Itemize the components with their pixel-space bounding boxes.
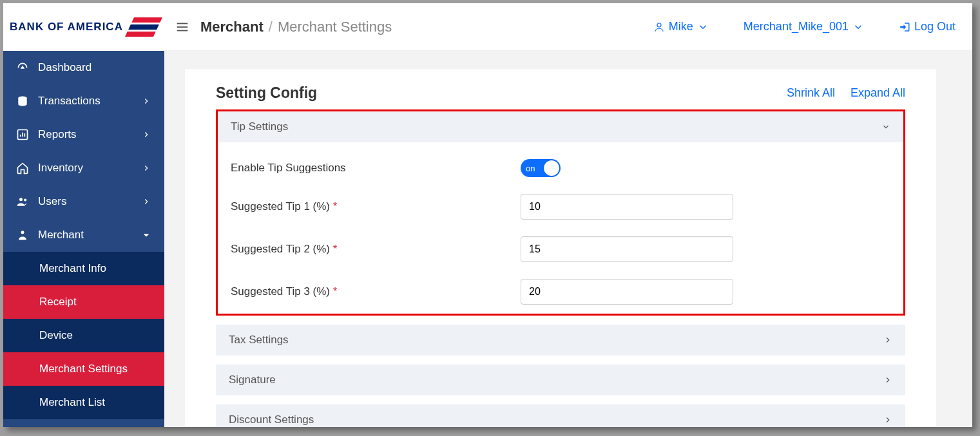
- tip1-row: Suggested Tip 1 (%) *: [218, 194, 903, 220]
- merchant-icon: [16, 229, 29, 242]
- breadcrumb-sep: /: [269, 19, 273, 35]
- chevron-down-icon: [697, 21, 709, 33]
- sidebar-item-reports[interactable]: Reports: [3, 118, 164, 151]
- svg-point-3: [24, 198, 26, 201]
- main-area: Merchant / Merchant Settings Mike Mercha…: [164, 3, 972, 427]
- sidebar-sub-label: Merchant Settings: [39, 363, 128, 375]
- chevron-right-icon: [140, 130, 153, 139]
- tip2-row: Suggested Tip 2 (%) *: [218, 236, 903, 262]
- discount-section: Discount Settings: [216, 404, 905, 427]
- breadcrumb: Merchant / Merchant Settings: [200, 19, 392, 35]
- logout-icon: [899, 21, 910, 33]
- tip2-input[interactable]: [521, 236, 733, 262]
- breadcrumb-root[interactable]: Merchant: [200, 19, 264, 35]
- logout-button[interactable]: Log Out: [899, 20, 956, 33]
- tax-settings-section: Tax Settings: [216, 325, 905, 355]
- tip-settings-header[interactable]: Tip Settings: [218, 111, 903, 142]
- panel-title: Setting Config: [216, 84, 317, 102]
- user-menu[interactable]: Mike: [653, 20, 709, 33]
- user-name: Mike: [669, 20, 693, 33]
- user-icon: [653, 21, 665, 33]
- accordion-title: Discount Settings: [229, 413, 314, 426]
- tip-settings-highlight: Tip Settings Enable Tip Suggestions on S…: [216, 109, 905, 316]
- sidebar-item-merchant[interactable]: Merchant: [3, 218, 164, 252]
- sidebar-sub-label: Merchant List: [39, 396, 105, 409]
- sidebar-sub-label: Receipt: [39, 296, 77, 308]
- toggle-knob: [544, 160, 559, 176]
- logout-label: Log Out: [914, 20, 956, 33]
- accordion-title: Tax Settings: [229, 334, 289, 346]
- sidebar-item-transactions[interactable]: Transactions: [3, 84, 164, 118]
- sidebar-sub-label: Device: [39, 329, 73, 342]
- coins-icon: [16, 95, 29, 108]
- settings-panel: Setting Config Shrink All Expand All Tip…: [185, 69, 936, 427]
- menu-toggle-button[interactable]: [173, 18, 191, 36]
- sidebar-item-label: Dashboard: [38, 61, 91, 74]
- tip1-label: Suggested Tip 1 (%) *: [231, 200, 508, 213]
- sidebar-sub-merchant-info[interactable]: Merchant Info: [3, 252, 164, 285]
- topbar: Merchant / Merchant Settings Mike Mercha…: [164, 3, 972, 51]
- chevron-right-icon: [883, 415, 892, 424]
- chevron-right-icon: [140, 197, 153, 206]
- sidebar-item-label: Reports: [38, 128, 77, 141]
- chevron-down-icon: [852, 21, 864, 33]
- app-window: BANK OF AMERICA Dashboard Transactions R…: [3, 3, 972, 427]
- tip3-label: Suggested Tip 3 (%) *: [231, 285, 508, 298]
- breadcrumb-current: Merchant Settings: [278, 19, 392, 35]
- sidebar-item-dashboard[interactable]: Dashboard: [3, 51, 164, 84]
- sidebar-sub-merchant-settings[interactable]: Merchant Settings: [3, 352, 164, 386]
- chevron-down-icon: [881, 122, 890, 131]
- merchant-selector[interactable]: Merchant_Mike_001: [744, 20, 864, 33]
- svg-point-4: [21, 231, 24, 234]
- discount-header[interactable]: Discount Settings: [216, 404, 905, 427]
- brand-flag-icon: [125, 17, 162, 37]
- merchant-id: Merchant_Mike_001: [744, 20, 849, 33]
- svg-point-2: [19, 198, 23, 201]
- sidebar-item-label: Inventory: [38, 162, 83, 175]
- tip2-label: Suggested Tip 2 (%) *: [231, 243, 508, 256]
- panel-header: Setting Config Shrink All Expand All: [185, 84, 936, 109]
- tip3-input[interactable]: [521, 279, 733, 305]
- signature-section: Signature: [216, 365, 905, 395]
- sidebar-sub-device[interactable]: Device: [3, 319, 164, 352]
- chevron-right-icon: [883, 375, 892, 384]
- sidebar-item-label: Merchant: [38, 229, 84, 242]
- hamburger-icon: [175, 20, 189, 34]
- chart-icon: [16, 128, 29, 141]
- brand-text: BANK OF AMERICA: [10, 21, 123, 33]
- accordion-title: Tip Settings: [231, 120, 288, 133]
- gauge-icon: [16, 61, 29, 74]
- sidebar-sub-merchant-list[interactable]: Merchant List: [3, 386, 164, 419]
- toggle-state-label: on: [526, 164, 535, 173]
- users-icon: [16, 195, 29, 208]
- expand-all-link[interactable]: Expand All: [850, 86, 905, 100]
- chevron-right-icon: [140, 164, 153, 173]
- sidebar-item-label: Users: [38, 195, 66, 208]
- chevron-right-icon: [883, 336, 892, 345]
- svg-point-8: [657, 23, 661, 27]
- signature-header[interactable]: Signature: [216, 365, 905, 395]
- enable-tip-row: Enable Tip Suggestions on: [218, 159, 903, 177]
- enable-tip-toggle[interactable]: on: [521, 159, 561, 177]
- accordion-title: Signature: [229, 374, 276, 386]
- sidebar-item-users[interactable]: Users: [3, 185, 164, 218]
- sidebar-item-inventory[interactable]: Inventory: [3, 151, 164, 185]
- chevron-right-icon: [140, 97, 153, 106]
- sidebar: BANK OF AMERICA Dashboard Transactions R…: [3, 3, 164, 427]
- sidebar-sub-label: Merchant Info: [39, 262, 106, 275]
- enable-tip-label: Enable Tip Suggestions: [231, 162, 508, 175]
- brand-logo: BANK OF AMERICA: [3, 3, 164, 51]
- tip1-input[interactable]: [521, 194, 733, 220]
- content: Setting Config Shrink All Expand All Tip…: [164, 51, 972, 427]
- sidebar-sub-receipt[interactable]: Receipt: [3, 285, 164, 319]
- tax-settings-header[interactable]: Tax Settings: [216, 325, 905, 355]
- chevron-down-icon: [140, 231, 153, 240]
- home-icon: [16, 162, 29, 175]
- tip3-row: Suggested Tip 3 (%) *: [218, 279, 903, 305]
- sidebar-item-label: Transactions: [38, 95, 101, 108]
- shrink-all-link[interactable]: Shrink All: [787, 86, 835, 100]
